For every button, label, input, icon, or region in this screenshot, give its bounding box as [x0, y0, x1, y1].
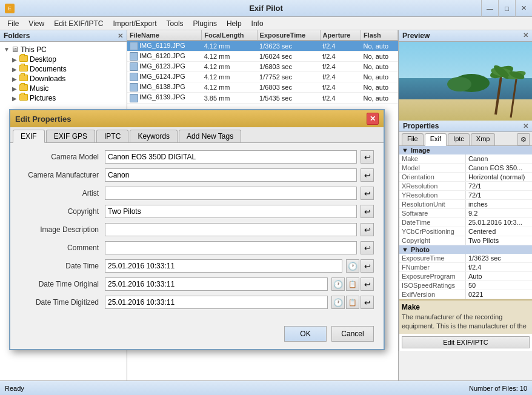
label-image-description: Image Description	[20, 225, 105, 234]
dialog-tab-exifgps[interactable]: EXIF GPS	[46, 130, 95, 142]
title-bar-controls: — □ ✕	[481, 0, 532, 17]
undo-button-datetime-original[interactable]: ↩	[361, 277, 374, 291]
label-comment: Comment	[20, 244, 105, 252]
dialog-tab-keywords[interactable]: Keywords	[130, 130, 178, 142]
ok-button[interactable]: OK	[284, 326, 327, 342]
form-icons-camera-manufacturer: ↩	[359, 168, 374, 182]
input-comment[interactable]	[105, 241, 357, 254]
undo-button-artist[interactable]: ↩	[361, 187, 374, 200]
undo-button-datetime-digitized[interactable]: ↩	[361, 296, 374, 309]
maximize-button[interactable]: □	[498, 0, 515, 17]
form-icons-comment: ↩	[359, 241, 374, 254]
status-text: Ready	[5, 385, 24, 392]
input-camera-model[interactable]	[105, 150, 357, 164]
undo-button-image-description[interactable]: ↩	[361, 223, 374, 236]
form-icons-datetime-digitized: 🕐 📋 ↩	[330, 296, 374, 309]
status-bar: Ready Number of Files: 10	[0, 380, 532, 395]
form-icons-datetime-original: 🕐 📋 ↩	[330, 277, 374, 291]
dialog-title-text: Edit Properties	[15, 115, 71, 124]
title-bar: E Exif Pilot — □ ✕	[0, 0, 532, 17]
minimize-button[interactable]: —	[481, 0, 498, 17]
menu-tools[interactable]: Tools	[162, 18, 188, 29]
form-row-image-description: Image Description ↩	[20, 223, 374, 236]
menu-edit-exif[interactable]: Edit EXIF/IPTC	[49, 18, 108, 29]
input-datetime-original[interactable]	[105, 277, 328, 291]
label-camera-model: Camera Model	[20, 153, 105, 161]
calendar-button-datetime-digitized[interactable]: 🕐	[331, 296, 345, 309]
menu-help[interactable]: Help	[222, 18, 247, 29]
form-row-artist: Artist ↩	[20, 187, 374, 200]
dialog-body: Camera Model ↩ Camera Manufacturer ↩	[10, 143, 384, 321]
input-artist[interactable]	[105, 187, 357, 200]
dialog-tab-iptc[interactable]: IPTC	[96, 130, 128, 142]
menu-import-export[interactable]: Import/Export	[108, 18, 162, 29]
label-copyright: Copyright	[20, 207, 105, 216]
dialog-tabs: EXIF EXIF GPS IPTC Keywords Add New Tags	[10, 127, 384, 143]
label-camera-manufacturer: Camera Manufacturer	[20, 171, 105, 179]
app-icon: E	[5, 4, 15, 13]
dialog-overlay: Edit Properties ✕ EXIF EXIF GPS IPTC Key…	[0, 30, 532, 380]
form-row-camera-manufacturer: Camera Manufacturer ↩	[20, 168, 374, 182]
close-button[interactable]: ✕	[515, 0, 532, 17]
menu-file[interactable]: File	[2, 18, 24, 29]
form-icons-datetime: 🕐 ↩	[345, 259, 374, 273]
form-icons-image-description: ↩	[359, 223, 374, 236]
input-image-description[interactable]	[105, 223, 357, 236]
menu-info[interactable]: Info	[247, 18, 268, 29]
calendar-button-datetime-original[interactable]: 🕐	[331, 277, 345, 291]
label-artist: Artist	[20, 189, 105, 198]
form-row-camera-model: Camera Model ↩	[20, 150, 374, 164]
undo-button-comment[interactable]: ↩	[361, 241, 374, 254]
form-row-datetime-original: Date Time Original 🕐 📋 ↩	[20, 277, 374, 291]
file-count: Number of Files: 10	[469, 385, 527, 392]
form-row-comment: Comment ↩	[20, 241, 374, 254]
input-camera-manufacturer[interactable]	[105, 168, 357, 182]
edit-properties-dialog: Edit Properties ✕ EXIF EXIF GPS IPTC Key…	[9, 109, 385, 350]
undo-button-copyright[interactable]: ↩	[361, 205, 374, 218]
menu-view[interactable]: View	[24, 18, 49, 29]
form-icons-artist: ↩	[359, 187, 374, 200]
dialog-tab-exif[interactable]: EXIF	[13, 130, 45, 143]
input-copyright[interactable]	[105, 205, 357, 218]
calendar-button-datetime[interactable]: 🕐	[346, 259, 359, 273]
form-icons-camera-model: ↩	[359, 150, 374, 164]
undo-button-camera-manufacturer[interactable]: ↩	[361, 168, 374, 182]
form-icons-copyright: ↩	[359, 205, 374, 218]
dialog-footer: OK Cancel	[10, 321, 384, 349]
main-container: Folders ✕ ▼ 🖥 This PC ▶ Desktop ▶ Docume…	[0, 30, 532, 380]
dialog-tab-addnewtags[interactable]: Add New Tags	[179, 130, 241, 142]
undo-button-camera-model[interactable]: ↩	[361, 150, 374, 164]
copy-button-datetime-digitized[interactable]: 📋	[346, 296, 359, 309]
input-datetime[interactable]	[105, 259, 342, 273]
label-datetime: Date Time	[20, 262, 105, 270]
cancel-button[interactable]: Cancel	[331, 326, 374, 342]
form-row-datetime: Date Time 🕐 ↩	[20, 259, 374, 273]
undo-button-datetime[interactable]: ↩	[361, 259, 374, 273]
app-title: Exif Pilot	[249, 4, 283, 13]
dialog-title-bar: Edit Properties ✕	[10, 110, 384, 127]
input-datetime-digitized[interactable]	[105, 296, 328, 309]
menu-plugins[interactable]: Plugins	[188, 18, 222, 29]
form-row-copyright: Copyright ↩	[20, 205, 374, 218]
menu-bar: File View Edit EXIF/IPTC Import/Export T…	[0, 17, 532, 30]
dialog-close-button[interactable]: ✕	[367, 113, 379, 125]
form-row-datetime-digitized: Date Time Digitized 🕐 📋 ↩	[20, 296, 374, 309]
label-datetime-original: Date Time Original	[20, 280, 105, 288]
label-datetime-digitized: Date Time Digitized	[20, 298, 105, 307]
copy-button-datetime-original[interactable]: 📋	[346, 277, 359, 291]
